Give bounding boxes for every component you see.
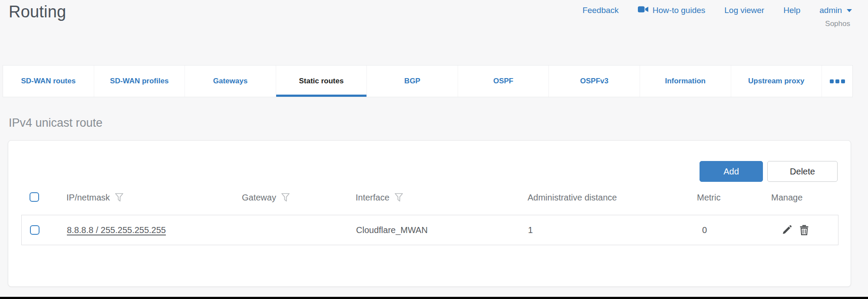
tab-gateways[interactable]: Gateways [185, 66, 276, 97]
more-tabs-button[interactable] [822, 66, 852, 97]
interface-value: Cloudflare_MWAN [356, 225, 428, 235]
ellipsis-icon [835, 79, 839, 83]
bottom-edge-bar [0, 297, 868, 299]
filter-icon[interactable] [115, 193, 124, 202]
feedback-link[interactable]: Feedback [582, 6, 618, 15]
tab-sd-wan-routes[interactable]: SD-WAN routes [3, 66, 94, 97]
tab-ospfv3[interactable]: OSPFv3 [549, 66, 640, 97]
video-camera-icon [638, 6, 649, 15]
routing-page: Routing Feedback How-to guides Log viewe… [0, 0, 868, 299]
section-heading: IPv4 unicast route [9, 116, 102, 130]
add-button[interactable]: Add [700, 161, 763, 182]
top-navigation: Feedback How-to guides Log viewer Help a… [582, 6, 852, 15]
ipv4-unicast-route-panel: Add Delete IP/netmask Gateway Interface [8, 140, 851, 287]
ip-netmask-link[interactable]: 8.8.8.8 / 255.255.255.255 [67, 225, 166, 235]
edit-icon[interactable] [781, 224, 793, 236]
admin-label: admin [819, 6, 842, 15]
tab-ospf[interactable]: OSPF [458, 66, 549, 97]
admin-distance-header-label: Administrative distance [528, 193, 617, 203]
admin-menu[interactable]: admin [819, 6, 852, 15]
brand-label: Sophos [825, 20, 850, 28]
tab-sd-wan-profiles[interactable]: SD-WAN profiles [94, 66, 185, 97]
filter-icon[interactable] [394, 193, 403, 202]
page-title: Routing [9, 3, 66, 21]
log-viewer-link[interactable]: Log viewer [724, 6, 764, 15]
ellipsis-icon [841, 79, 845, 83]
routing-tabbar: SD-WAN routes SD-WAN profiles Gateways S… [3, 65, 853, 97]
interface-header-label: Interface [356, 193, 389, 203]
filter-icon[interactable] [281, 193, 290, 202]
row-checkbox[interactable] [30, 225, 40, 235]
column-header-admin-distance: Administrative distance [528, 190, 617, 205]
column-header-interface: Interface [356, 190, 403, 205]
column-header-manage: Manage [771, 190, 802, 205]
help-label: Help [783, 6, 800, 15]
table-row: 8.8.8.8 / 255.255.255.255 Cloudflare_MWA… [21, 215, 838, 245]
trash-icon[interactable] [798, 224, 810, 236]
howto-guides-link[interactable]: How-to guides [638, 6, 705, 15]
manage-header-label: Manage [771, 193, 802, 203]
metric-value: 0 [702, 225, 707, 235]
delete-button[interactable]: Delete [767, 161, 838, 182]
howto-guides-label: How-to guides [653, 6, 705, 15]
column-header-gateway: Gateway [242, 190, 290, 205]
tab-upstream-proxy[interactable]: Upstream proxy [731, 66, 822, 97]
metric-header-label: Metric [697, 193, 720, 203]
tab-static-routes[interactable]: Static routes [276, 66, 367, 97]
admin-distance-value: 1 [528, 225, 533, 235]
feedback-label: Feedback [582, 6, 618, 15]
tab-information[interactable]: Information [640, 66, 731, 97]
gateway-header-label: Gateway [242, 193, 276, 203]
log-viewer-label: Log viewer [724, 6, 764, 15]
ip-netmask-header-label: IP/netmask [66, 193, 110, 203]
tab-bgp[interactable]: BGP [367, 66, 458, 97]
select-all-checkbox[interactable] [30, 192, 39, 202]
column-header-ip-netmask: IP/netmask [66, 190, 124, 205]
chevron-down-icon [847, 9, 852, 12]
column-header-metric: Metric [697, 190, 720, 205]
ellipsis-icon [830, 79, 834, 83]
help-link[interactable]: Help [783, 6, 800, 15]
